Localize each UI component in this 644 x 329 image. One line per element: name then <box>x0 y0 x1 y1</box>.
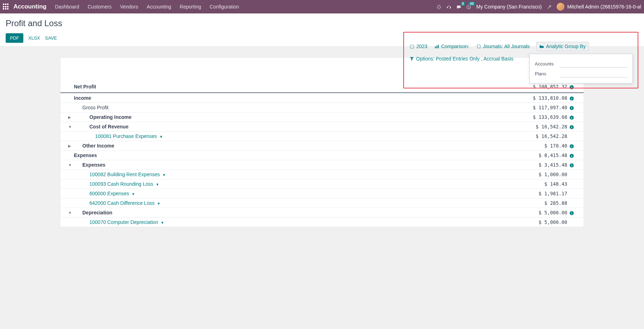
row-label[interactable]: 642000 Cash Difference Loss ▼ <box>74 200 521 206</box>
activities-icon[interactable]: 46 <box>466 4 471 10</box>
expand-caret[interactable]: ▼ <box>68 125 74 129</box>
support-icon[interactable] <box>446 4 451 10</box>
expand-caret[interactable]: ▼ <box>68 211 74 215</box>
row-label[interactable]: 100081 Purchase Expenses ▼ <box>74 133 521 139</box>
row-amount: $ 16,542.28 <box>521 124 567 129</box>
table-row: 642000 Cash Difference Loss ▼$ 285.88 <box>60 198 584 208</box>
row-label[interactable]: 600000 Expenses ▼ <box>74 191 521 196</box>
table-row: ▼Depreciation$ 5,000.00 <box>60 208 584 217</box>
table-row: 100081 Purchase Expenses ▼$ 16,542.28 <box>60 131 584 141</box>
svg-rect-12 <box>571 98 572 99</box>
menu-customers[interactable]: Customers <box>88 4 112 10</box>
row-label[interactable]: 100093 Cash Rounding Loss ▼ <box>74 181 521 187</box>
bug-icon[interactable] <box>437 4 441 10</box>
info-icon[interactable] <box>567 95 576 100</box>
row-amount: $ 117,097.40 <box>521 105 567 110</box>
chevron-down-icon: ▼ <box>156 183 159 186</box>
svg-rect-21 <box>571 127 572 128</box>
filter-journals[interactable]: Journals: All Journals <box>476 42 531 51</box>
row-amount: $ 8,415.48 <box>521 152 567 158</box>
svg-point-25 <box>571 145 572 146</box>
filter-year[interactable]: 2023 <box>409 42 428 51</box>
row-amount: $ 133,810.08 <box>521 95 567 101</box>
info-icon[interactable] <box>567 152 576 158</box>
svg-rect-30 <box>571 165 572 166</box>
page-header: Profit and Loss PDF XLSX SAVE 2023 Compa… <box>0 13 644 47</box>
filter-comparison[interactable]: Comparison: <box>434 42 470 51</box>
messages-badge: 8 <box>461 2 465 6</box>
main-menu: Dashboard Customers Vendors Accounting R… <box>55 4 437 10</box>
filter-options[interactable]: Options: Posted Entries Only , Accrual B… <box>409 54 514 63</box>
row-amount: $ 1,981.17 <box>521 191 567 196</box>
chevron-down-icon: ▼ <box>131 192 135 196</box>
row-amount: $ 5,000.00 <box>521 219 567 225</box>
activities-badge: 46 <box>469 2 475 6</box>
expand-caret[interactable]: ▼ <box>68 163 74 167</box>
info-icon[interactable] <box>567 114 576 120</box>
analytic-dropdown: Accounts Plans <box>529 54 633 83</box>
dropdown-plans-field: Plans <box>535 70 627 77</box>
accounts-input[interactable] <box>560 60 627 68</box>
avatar <box>557 3 564 11</box>
info-icon[interactable] <box>567 162 576 167</box>
menu-vendors[interactable]: Vendors <box>120 4 138 10</box>
dropdown-plans-label: Plans <box>535 71 556 76</box>
menu-configuration[interactable]: Configuration <box>210 4 239 10</box>
tools-icon[interactable] <box>547 4 552 10</box>
page-title: Profit and Loss <box>6 18 638 28</box>
messages-icon[interactable]: 8 <box>456 4 461 10</box>
info-icon[interactable] <box>567 124 576 129</box>
info-icon[interactable] <box>567 105 576 110</box>
row-amount: $ 148.43 <box>521 181 567 187</box>
table-row: Expenses$ 8,415.48 <box>60 150 584 160</box>
book-icon <box>476 44 481 49</box>
chart-icon <box>434 44 439 49</box>
save-button[interactable]: SAVE <box>45 35 57 41</box>
dropdown-accounts-label: Accounts <box>535 61 556 67</box>
table-row: ▼Expenses$ 3,415.48 <box>60 160 584 169</box>
navbar-right: 8 46 My Company (San Francisco) Mitchell… <box>437 3 641 11</box>
apps-icon[interactable] <box>3 4 9 10</box>
svg-rect-5 <box>437 46 437 48</box>
menu-accounting[interactable]: Accounting <box>147 4 171 10</box>
svg-rect-4 <box>435 46 436 48</box>
row-amount: $ 170.40 <box>521 143 567 149</box>
svg-rect-15 <box>571 108 572 109</box>
table-row: 100093 Cash Rounding Loss ▼$ 148.43 <box>60 179 584 189</box>
xlsx-button[interactable]: XLSX <box>28 35 40 41</box>
svg-point-19 <box>571 116 572 117</box>
chevron-down-icon: ▼ <box>159 135 163 139</box>
plans-input[interactable] <box>560 70 627 77</box>
row-label: Expenses <box>74 162 521 168</box>
expand-caret[interactable]: ▶ <box>68 144 74 148</box>
table-row: ▶Operating Income$ 133,639.68 <box>60 112 584 122</box>
row-label[interactable]: 100070 Computer Depreciation ▼ <box>74 219 521 225</box>
table-row: 100082 Building Rent Expenses ▼$ 1,000.0… <box>60 169 584 179</box>
svg-point-22 <box>571 126 572 127</box>
company-selector[interactable]: My Company (San Francisco) <box>476 4 541 10</box>
menu-reporting[interactable]: Reporting <box>180 4 201 10</box>
folder-open-icon <box>539 44 544 49</box>
svg-rect-24 <box>571 146 572 147</box>
info-icon[interactable] <box>567 210 576 215</box>
user-menu[interactable]: Mitchell Admin (26815976-16-0-al <box>557 3 641 11</box>
row-label: Other Income <box>74 143 521 149</box>
row-amount: $ 5,000.00 <box>521 210 567 215</box>
navbar: Accounting Dashboard Customers Vendors A… <box>0 0 644 13</box>
pdf-button[interactable]: PDF <box>6 33 23 43</box>
svg-rect-0 <box>447 7 448 8</box>
svg-point-16 <box>571 107 572 108</box>
menu-dashboard[interactable]: Dashboard <box>55 4 80 10</box>
app-brand[interactable]: Accounting <box>13 3 47 10</box>
filter-icon <box>410 57 414 61</box>
row-label: Gross Profit <box>74 105 521 110</box>
user-name: Mitchell Admin (26815976-16-0-al <box>567 4 641 10</box>
chevron-down-icon: ▼ <box>160 221 164 225</box>
expand-caret[interactable]: ▶ <box>68 115 74 119</box>
filter-panel: 2023 Comparison: Journals: All Journals … <box>403 32 638 88</box>
table-row: Income$ 133,810.08 <box>60 93 584 103</box>
row-label[interactable]: 100082 Building Rent Expenses ▼ <box>74 172 521 177</box>
filter-analytic-group-by[interactable]: Analytic Group By <box>536 42 589 51</box>
info-icon[interactable] <box>567 143 576 148</box>
table-row: ▼Cost of Revenue$ 16,542.28 <box>60 122 584 131</box>
